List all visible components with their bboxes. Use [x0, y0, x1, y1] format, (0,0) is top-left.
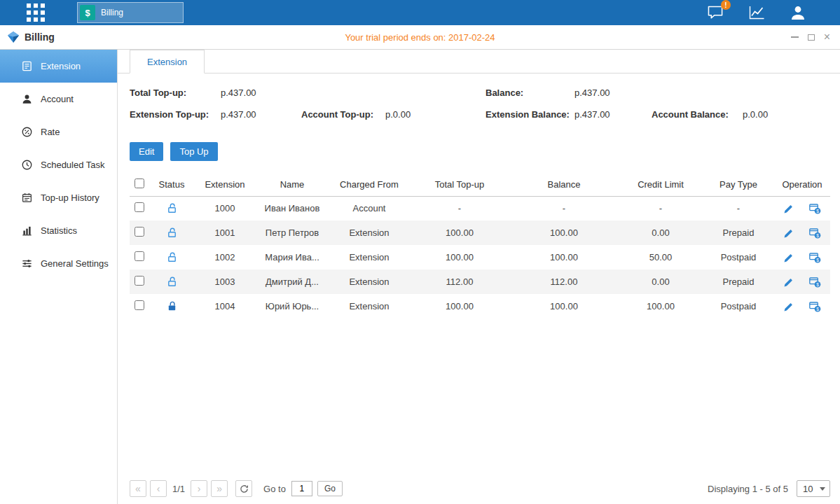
- page-indicator: 1/1: [172, 484, 185, 494]
- cell-total-topup: 112.00: [410, 270, 509, 294]
- main-content: Extension Total Top-up: p.437.00 Balance…: [118, 50, 840, 504]
- cell-pay-type: -: [703, 196, 774, 220]
- top-up-card-icon[interactable]: $: [809, 204, 821, 214]
- sidebar-item-general-settings[interactable]: General Settings: [0, 247, 117, 280]
- notifications-chat-icon[interactable]: !: [707, 5, 724, 20]
- page-size-value: 10: [797, 484, 820, 494]
- user-account-icon[interactable]: [790, 5, 806, 20]
- edit-pencil-icon[interactable]: [783, 204, 794, 214]
- select-all-checkbox[interactable]: [135, 178, 144, 188]
- title-bar: Billing Your trial period ends on: 2017-…: [0, 25, 840, 50]
- billing-app-window: $ Billing !: [0, 0, 840, 504]
- close-icon[interactable]: ×: [824, 31, 830, 43]
- edit-pencil-icon[interactable]: [783, 253, 794, 263]
- col-extension: Extension: [194, 174, 256, 196]
- trial-notice: Your trial period ends on: 2017-02-24: [0, 32, 840, 43]
- reports-chart-icon[interactable]: [748, 5, 766, 20]
- topbar-tab-label: Billing: [101, 8, 123, 18]
- unlocked-icon: [166, 251, 178, 263]
- edit-pencil-icon[interactable]: [783, 228, 794, 239]
- table-row: 1000 Иван Иванов Account - - - - $: [130, 196, 830, 220]
- cell-total-topup: -: [410, 196, 509, 220]
- sidebar-item-account[interactable]: Account: [0, 83, 117, 115]
- goto-page-input[interactable]: [291, 481, 312, 496]
- displaying-info: Displaying 1 - 5 of 5: [708, 484, 788, 494]
- rate-icon: [21, 126, 33, 138]
- cell-extension: 1000: [194, 196, 256, 220]
- top-up-card-icon[interactable]: $: [809, 302, 821, 312]
- edit-button[interactable]: Edit: [130, 142, 163, 161]
- chevron-down-icon: [820, 487, 825, 491]
- maximize-icon[interactable]: [808, 34, 815, 41]
- col-name: Name: [256, 174, 329, 196]
- table-header-row: Status Extension Name Charged From Total…: [130, 174, 830, 196]
- cell-total-topup: 100.00: [410, 294, 509, 318]
- pagination-bar: « ‹ 1/1 › » Go to Go Displaying 1 - 5 of…: [130, 480, 830, 497]
- sidebar-item-label: Rate: [41, 127, 60, 137]
- extension-balance-label: Extension Balance:: [486, 109, 574, 120]
- cell-name: Юрий Юрь...: [256, 294, 329, 318]
- sidebar-item-statistics[interactable]: Statistics: [0, 214, 117, 247]
- cell-credit-limit: 100.00: [619, 294, 703, 318]
- summary-row-1: Total Top-up: p.437.00 Balance: p.437.00: [130, 82, 830, 104]
- cell-extension: 1003: [194, 270, 256, 294]
- cell-credit-limit: 50.00: [619, 245, 703, 270]
- sidebar-item-rate[interactable]: Rate: [0, 115, 117, 148]
- minimize-icon[interactable]: [791, 36, 799, 38]
- col-credit-limit: Credit Limit: [619, 174, 703, 196]
- sidebar-item-topup-history[interactable]: Top-up History: [0, 181, 117, 214]
- tab-extension[interactable]: Extension: [130, 50, 205, 74]
- row-checkbox[interactable]: [135, 300, 144, 310]
- scheduled-task-icon: [21, 159, 33, 171]
- edit-pencil-icon[interactable]: [783, 302, 794, 312]
- refresh-button[interactable]: [235, 480, 252, 497]
- prev-page-button[interactable]: ‹: [150, 480, 167, 497]
- svg-text:$: $: [816, 232, 819, 237]
- table-row: 1001 Петр Петров Extension 100.00 100.00…: [130, 220, 830, 245]
- next-page-button[interactable]: ›: [191, 480, 207, 497]
- cell-total-topup: 100.00: [410, 220, 509, 245]
- top-up-card-icon[interactable]: $: [809, 253, 821, 263]
- svg-text:$: $: [816, 257, 819, 262]
- cell-name: Дмитрий Д...: [256, 270, 329, 294]
- top-up-card-icon[interactable]: $: [809, 228, 821, 239]
- row-checkbox[interactable]: [135, 202, 144, 212]
- cell-credit-limit: 0.00: [619, 270, 703, 294]
- cell-balance: 100.00: [509, 220, 619, 245]
- balance-value: p.437.00: [574, 88, 652, 98]
- row-checkbox[interactable]: [135, 227, 144, 237]
- window-controls: ×: [791, 31, 830, 43]
- sidebar-item-scheduled-task[interactable]: Scheduled Task: [0, 148, 117, 181]
- unlocked-icon: [166, 202, 178, 214]
- cell-credit-limit: -: [619, 196, 703, 220]
- page-size-select[interactable]: 10: [797, 480, 830, 497]
- sidebar-item-label: Statistics: [41, 225, 77, 236]
- locked-icon: [166, 300, 178, 312]
- account-topup-value: p.0.00: [385, 109, 486, 120]
- top-up-button[interactable]: Top Up: [170, 142, 217, 161]
- unlocked-icon: [166, 276, 178, 288]
- summary-row-2: Extension Top-up: p.437.00 Account Top-u…: [130, 104, 830, 125]
- go-button[interactable]: Go: [317, 481, 343, 496]
- header-checkbox-cell: [130, 174, 149, 196]
- table-row: 1004 Юрий Юрь... Extension 100.00 100.00…: [130, 294, 830, 318]
- row-checkbox[interactable]: [135, 251, 144, 261]
- last-page-button[interactable]: »: [211, 480, 228, 497]
- apps-grid-icon[interactable]: [27, 4, 45, 22]
- cell-pay-type: Prepaid: [703, 270, 774, 294]
- col-pay-type: Pay Type: [703, 174, 774, 196]
- row-checkbox[interactable]: [135, 276, 144, 286]
- col-charged-from: Charged From: [329, 174, 410, 196]
- edit-pencil-icon[interactable]: [783, 277, 794, 288]
- topbar-billing-tab[interactable]: $ Billing: [77, 2, 184, 23]
- total-topup-label: Total Top-up:: [130, 88, 221, 98]
- cell-pay-type: Prepaid: [703, 220, 774, 245]
- first-page-button[interactable]: «: [130, 480, 146, 497]
- extension-topup-value: p.437.00: [221, 109, 301, 120]
- top-up-card-icon[interactable]: $: [809, 277, 821, 288]
- extension-table: Status Extension Name Charged From Total…: [130, 174, 830, 318]
- sidebar-item-extension[interactable]: Extension: [0, 50, 117, 83]
- unlocked-icon: [166, 227, 178, 239]
- total-topup-value: p.437.00: [221, 88, 301, 98]
- goto-label: Go to: [263, 484, 286, 494]
